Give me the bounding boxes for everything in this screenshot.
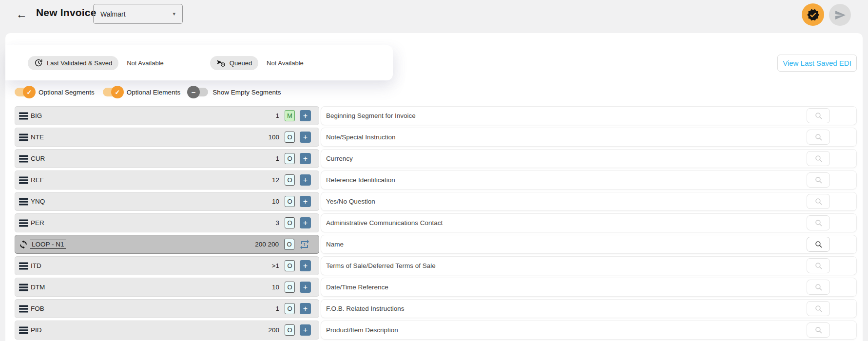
segment-description: Note/Special Instruction xyxy=(326,133,807,141)
segment-description-cell: Terms of Sale/Deferred Terms of Sale xyxy=(321,256,857,275)
segment-description-cell: Reference Identification xyxy=(321,170,857,189)
drag-handle-icon[interactable] xyxy=(19,176,28,184)
segment-cell[interactable]: BIG 1 M + xyxy=(15,106,319,125)
page-title: New Invoice xyxy=(36,7,96,19)
search-segment-button[interactable] xyxy=(807,215,830,230)
search-segment-button[interactable] xyxy=(807,151,830,166)
search-segment-button[interactable] xyxy=(807,108,830,123)
drag-handle-icon[interactable] xyxy=(19,155,28,163)
search-segment-button[interactable] xyxy=(807,301,830,316)
requirement-badge: O xyxy=(285,324,295,336)
toggle-group: ✓ Optional Segments xyxy=(15,87,95,97)
search-segment-button[interactable] xyxy=(807,322,830,338)
segment-row: NTE 100 O + Note/Special Instruction xyxy=(15,128,857,147)
search-segment-button[interactable] xyxy=(807,130,830,145)
add-segment-button[interactable]: + xyxy=(300,303,311,314)
segment-cell[interactable]: REF 12 O + xyxy=(15,170,319,189)
segment-row: PER 3 O + Administrative Communications … xyxy=(15,213,857,232)
search-segment-button[interactable] xyxy=(807,237,830,252)
segment-description-cell: Yes/No Question xyxy=(321,192,857,211)
drag-handle-icon[interactable] xyxy=(19,326,28,334)
segment-max-use: 1 xyxy=(275,112,279,119)
add-segment-button[interactable]: + xyxy=(300,132,311,143)
add-segment-button[interactable]: + xyxy=(300,282,311,293)
segment-cell[interactable]: NTE 100 O + xyxy=(15,128,319,147)
last-validated-pill: Last Validated & Saved xyxy=(28,56,118,70)
validate-button[interactable] xyxy=(802,3,824,26)
segment-cell[interactable]: CUR 1 O + xyxy=(15,149,319,168)
search-segment-button[interactable] xyxy=(807,258,830,273)
requirement-badge: O xyxy=(285,217,295,228)
segment-description-cell: Product/Item Description xyxy=(321,321,857,340)
segment-cell[interactable]: PID 200 O + xyxy=(15,321,319,340)
segment-code: DTM xyxy=(31,284,45,291)
segment-description: Product/Item Description xyxy=(326,326,807,334)
segment-cell[interactable]: DTM 10 O + xyxy=(15,278,319,297)
partner-dropdown-value: Walmart xyxy=(100,10,126,18)
segment-list: BIG 1 M + Beginning Segment for Invoice xyxy=(15,106,857,341)
send-button[interactable] xyxy=(829,4,851,26)
add-segment-button[interactable]: + xyxy=(300,153,311,164)
requirement-badge: O xyxy=(285,174,295,186)
add-segment-button[interactable]: + xyxy=(300,196,311,207)
toggle-knob: ✓ xyxy=(111,86,124,98)
drag-handle-icon[interactable] xyxy=(19,198,28,206)
segment-cell[interactable]: LOOP - N1 200 200 O + xyxy=(15,235,319,254)
segment-row: PID 200 O + Product/Item Description xyxy=(15,321,857,340)
toggle-bar: ✓ Optional Segments ✓ Optional Elements … xyxy=(15,87,289,97)
segment-description-cell: F.O.B. Related Instructions xyxy=(321,299,857,318)
search-segment-button[interactable] xyxy=(807,280,830,295)
segment-max-use: 12 xyxy=(272,176,279,184)
drag-handle-icon[interactable] xyxy=(19,112,28,120)
segment-max-use: 100 xyxy=(268,133,279,141)
segment-description-cell: Beginning Segment for Invoice xyxy=(321,106,857,125)
last-validated-label: Last Validated & Saved xyxy=(47,59,112,67)
toggle-switch[interactable]: ✓ xyxy=(103,87,122,97)
segment-max-use: 3 xyxy=(275,219,279,227)
view-last-saved-edi-button[interactable]: View Last Saved EDI xyxy=(777,55,857,72)
segment-cell[interactable]: FOB 1 O + xyxy=(15,299,319,318)
requirement-badge: O xyxy=(285,196,295,207)
toggle-group: ✓ Optional Elements xyxy=(103,87,180,97)
segment-max-use: 10 xyxy=(272,198,279,205)
add-segment-button[interactable]: + xyxy=(300,217,311,228)
segment-description: F.O.B. Related Instructions xyxy=(326,305,807,312)
segment-cell[interactable]: ITD >1 O + xyxy=(15,256,319,275)
segment-description-cell: Name xyxy=(321,235,857,254)
drag-handle-icon[interactable] xyxy=(19,305,28,313)
segment-description-cell: Currency xyxy=(321,149,857,168)
search-segment-button[interactable] xyxy=(807,194,830,209)
top-bar: ← New Invoice Walmart ▾ xyxy=(0,0,868,33)
add-segment-button[interactable]: + xyxy=(300,324,311,336)
drag-handle-icon[interactable] xyxy=(19,262,28,270)
segment-max-use: 1 xyxy=(275,305,279,312)
drag-handle-icon[interactable] xyxy=(19,133,28,141)
last-validated-value: Not Available xyxy=(127,59,164,67)
add-segment-button[interactable]: + xyxy=(300,174,311,186)
requirement-badge: O xyxy=(285,153,295,164)
segment-code: NTE xyxy=(31,133,44,141)
add-segment-button[interactable]: + xyxy=(300,260,311,271)
verified-badge-icon xyxy=(807,8,820,21)
toggle-switch[interactable]: − xyxy=(189,87,208,97)
add-segment-button[interactable]: + xyxy=(300,110,311,121)
queued-value: Not Available xyxy=(267,59,304,67)
segment-code: ITD xyxy=(31,262,41,269)
toggle-switch[interactable]: ✓ xyxy=(15,87,34,97)
segment-description: Currency xyxy=(326,155,807,162)
search-segment-button[interactable] xyxy=(807,172,830,188)
segment-cell[interactable]: PER 3 O + xyxy=(15,213,319,232)
segment-description: Reference Identification xyxy=(326,176,807,184)
segment-description: Date/Time Reference xyxy=(326,284,807,291)
segment-row: REF 12 O + Reference Identification xyxy=(15,170,857,189)
repeat-one-icon[interactable] xyxy=(298,239,311,250)
back-button[interactable]: ← xyxy=(14,6,29,22)
send-icon xyxy=(834,9,846,21)
drag-handle-icon[interactable] xyxy=(19,219,28,227)
segment-code: REF xyxy=(31,176,44,184)
segment-cell[interactable]: YNQ 10 O + xyxy=(15,192,319,211)
drag-handle-icon[interactable] xyxy=(19,284,28,291)
partner-dropdown[interactable]: Walmart ▾ xyxy=(93,4,183,24)
segment-max-use: >1 xyxy=(272,262,279,269)
segment-description: Beginning Segment for Invoice xyxy=(326,112,807,119)
